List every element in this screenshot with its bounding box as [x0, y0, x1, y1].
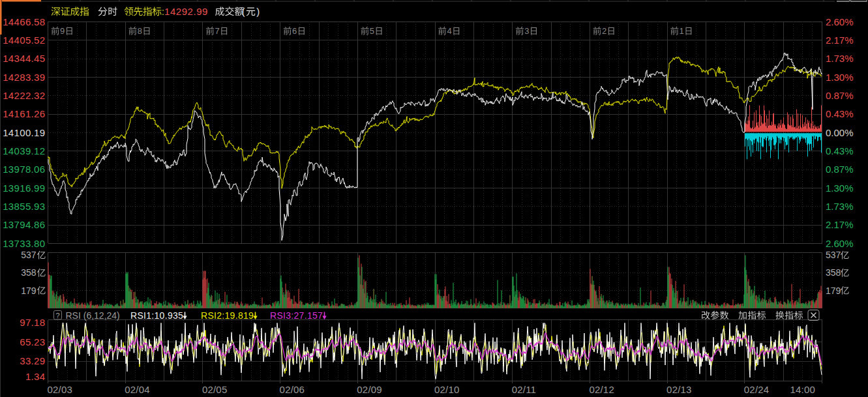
svg-text:13978.06: 13978.06 — [3, 164, 45, 175]
svg-text:14100.19: 14100.19 — [3, 127, 45, 138]
svg-text:1: 1 — [680, 26, 684, 36]
svg-text:02/03: 02/03 — [48, 384, 73, 395]
svg-text:02/10: 02/10 — [434, 384, 460, 395]
svg-text:5: 5 — [370, 26, 374, 36]
svg-text:9: 9 — [60, 26, 65, 36]
svg-text:14405.52: 14405.52 — [3, 35, 45, 46]
svg-text:): ) — [256, 6, 260, 17]
svg-text:1.73%: 1.73% — [826, 201, 854, 212]
svg-text:02/05: 02/05 — [202, 384, 228, 395]
svg-text:0.00%: 0.00% — [826, 127, 854, 138]
svg-text:3: 3 — [524, 26, 529, 36]
svg-text:14292.99: 14292.99 — [164, 6, 208, 17]
svg-text:358: 358 — [21, 267, 37, 278]
svg-text:97.18: 97.18 — [20, 317, 45, 328]
svg-text:13916.99: 13916.99 — [3, 183, 45, 194]
svg-text:02/13: 02/13 — [666, 384, 692, 395]
svg-text:6: 6 — [292, 26, 297, 36]
svg-text:02/24: 02/24 — [744, 384, 770, 395]
svg-text:1.73%: 1.73% — [826, 53, 854, 64]
svg-text:RSI (6,12,24): RSI (6,12,24) — [66, 310, 120, 321]
svg-text:02/06: 02/06 — [280, 384, 305, 395]
svg-text:14039.12: 14039.12 — [3, 145, 45, 156]
svg-text:2.17%: 2.17% — [826, 35, 854, 46]
svg-text:02/04: 02/04 — [125, 384, 150, 395]
svg-text:02/11: 02/11 — [512, 384, 536, 395]
svg-text:1.34: 1.34 — [25, 371, 46, 382]
svg-text:179: 179 — [21, 286, 37, 296]
svg-text:8: 8 — [138, 26, 142, 36]
svg-text:7: 7 — [215, 26, 219, 36]
svg-text:2.17%: 2.17% — [826, 219, 854, 230]
svg-text:1.30%: 1.30% — [826, 183, 854, 194]
svg-text:14222.32: 14222.32 — [3, 90, 45, 101]
svg-text:13794.86: 13794.86 — [3, 219, 45, 230]
svg-text:13855.93: 13855.93 — [3, 201, 45, 212]
svg-text:14344.45: 14344.45 — [3, 53, 45, 64]
svg-text:537: 537 — [826, 250, 841, 260]
svg-text:RSI3:27.157: RSI3:27.157 — [270, 310, 323, 321]
svg-text:0.87%: 0.87% — [826, 90, 854, 101]
svg-text:2.60%: 2.60% — [826, 16, 854, 27]
svg-text:2.60%: 2.60% — [826, 238, 854, 249]
svg-text:537: 537 — [21, 250, 37, 260]
svg-text:02/09: 02/09 — [357, 384, 382, 395]
svg-text:13733.80: 13733.80 — [3, 238, 45, 249]
svg-text:2: 2 — [602, 26, 606, 36]
svg-text:14:00: 14:00 — [790, 384, 816, 395]
svg-text:33.29: 33.29 — [20, 355, 45, 366]
svg-text:65.23: 65.23 — [20, 336, 45, 347]
svg-text:RSI2:19.819: RSI2:19.819 — [201, 310, 254, 321]
svg-text:14466.58: 14466.58 — [3, 16, 45, 27]
svg-text:(: ( — [242, 6, 245, 17]
svg-text:179: 179 — [826, 286, 841, 296]
svg-text:1.30%: 1.30% — [826, 72, 854, 83]
svg-text:14161.26: 14161.26 — [3, 108, 45, 119]
svg-text:?: ? — [55, 312, 59, 319]
svg-text:14283.39: 14283.39 — [3, 72, 45, 83]
svg-text:4: 4 — [447, 26, 452, 36]
svg-text:358: 358 — [826, 267, 841, 278]
svg-text:02/12: 02/12 — [589, 384, 614, 395]
svg-text:0.43%: 0.43% — [826, 108, 854, 119]
svg-text:0.87%: 0.87% — [826, 164, 854, 175]
svg-text:RSI1:10.935: RSI1:10.935 — [130, 310, 183, 321]
svg-text:0.43%: 0.43% — [826, 145, 854, 156]
